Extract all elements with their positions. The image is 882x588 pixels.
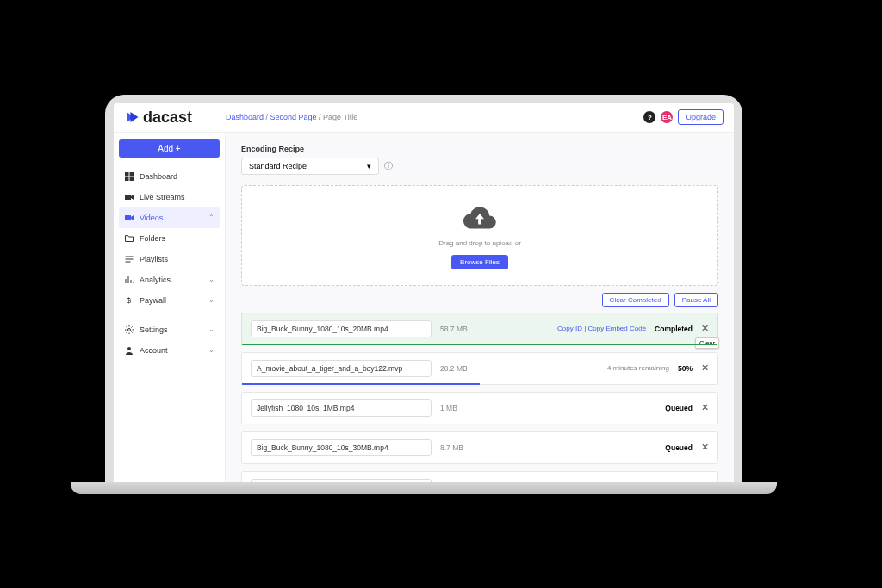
avatar[interactable]: EA — [661, 111, 673, 123]
close-icon[interactable]: ✕ — [701, 362, 709, 374]
sidebar-item-label: Settings — [140, 325, 168, 334]
dropzone-hint: Drag and drop to upload or — [242, 239, 717, 247]
sidebar-item-dashboard[interactable]: Dashboard — [119, 166, 220, 187]
chevron-down-icon: ⌄ — [208, 275, 214, 283]
breadcrumb-link[interactable]: Second Page — [270, 113, 317, 121]
add-button[interactable]: Add + — [119, 139, 220, 158]
chevron-down-icon: ⌄ — [208, 346, 214, 354]
close-icon[interactable]: ✕ — [701, 323, 709, 334]
upload-filename: Jellyfish_1080_10s_1MB.mp4 — [251, 399, 432, 417]
sidebar-item-label: Analytics — [140, 275, 171, 284]
upload-row: A_movie_about_a_tiger_and_a_boy122.mvp 2… — [241, 352, 718, 385]
upload-filename: A_movie_about_a_tiger_and_a_boy122.mvp — [251, 360, 432, 377]
sidebar-item-label: Live Streams — [140, 193, 185, 201]
user-icon — [124, 345, 134, 356]
upload-row: Big_Buck_Bunny_1080_10s_20MB.mp4 58.7 MB… — [241, 313, 718, 345]
upgrade-button[interactable]: Upgrade — [678, 109, 724, 125]
upload-dropzone[interactable]: Drag and drop to upload or Browse Files — [241, 185, 718, 286]
breadcrumb-link[interactable]: Dashboard — [226, 113, 264, 121]
svg-text:$: $ — [127, 296, 131, 305]
upload-filesize: 58.7 MB — [440, 325, 483, 333]
svg-rect-5 — [125, 215, 131, 220]
upload-filesize: 20.2 MB — [440, 364, 483, 373]
camera-icon — [124, 192, 134, 202]
brand-logo: dacast — [124, 108, 226, 127]
upload-percent: 50% — [678, 364, 693, 373]
breadcrumb-current: Page Title — [323, 113, 357, 121]
upload-filename: Christmas_Party_movie_3322.mp4 — [251, 479, 432, 482]
svg-rect-0 — [125, 172, 129, 176]
cloud-upload-icon — [463, 205, 497, 231]
upload-links[interactable]: Copy ID | Copy Embed Code — [557, 325, 646, 332]
close-icon[interactable]: ✕ — [701, 402, 709, 413]
sidebar: Add + Dashboard Live Streams Videos ⌃ — [114, 133, 226, 482]
brand-text: dacast — [143, 108, 192, 127]
gear-icon — [124, 325, 134, 335]
sidebar-item-settings[interactable]: Settings ⌄ — [119, 319, 220, 340]
sidebar-item-account[interactable]: Account ⌄ — [119, 340, 220, 361]
browse-files-button[interactable]: Browse Files — [451, 255, 508, 269]
sidebar-item-paywall[interactable]: $ Paywall ⌄ — [119, 290, 220, 311]
sidebar-item-playlists[interactable]: Playlists — [119, 249, 220, 269]
upload-state: Completed — [655, 325, 693, 333]
dashboard-icon — [124, 171, 134, 182]
upload-row: Big_Buck_Bunny_1080_10s_30MB.mp4 8.7 MB … — [241, 431, 718, 464]
upload-row: Christmas_Party_movie_3322.mp4 1 MB Queu… — [241, 471, 718, 482]
main-content: Encoding Recipe Standard Recipe ▾ ⓘ — [226, 133, 734, 482]
upload-state: Queued — [665, 443, 693, 452]
analytics-icon — [124, 275, 134, 285]
svg-rect-2 — [125, 176, 129, 181]
video-icon — [124, 213, 134, 223]
sidebar-item-label: Dashboard — [140, 172, 177, 181]
clear-tooltip: Clear — [695, 337, 719, 349]
chevron-up-icon: ⌃ — [208, 214, 214, 221]
laptop-base — [71, 482, 777, 494]
encoding-label: Encoding Recipe — [241, 145, 718, 153]
breadcrumb: Dashboard / Second Page / Page Title — [226, 113, 643, 121]
sidebar-item-label: Folders — [140, 234, 165, 243]
playlist-icon — [124, 254, 134, 264]
upload-state: Queued — [665, 404, 693, 412]
svg-point-8 — [127, 347, 131, 350]
clear-completed-button[interactable]: Clear Completed — [602, 293, 669, 307]
upload-row: Jellyfish_1080_10s_1MB.mp4 1 MB Queued ✕ — [241, 392, 718, 424]
brand-icon — [124, 109, 140, 125]
sidebar-item-label: Account — [140, 346, 168, 355]
dollar-icon: $ — [124, 295, 134, 306]
sidebar-item-label: Playlists — [140, 255, 168, 263]
svg-rect-3 — [130, 176, 134, 181]
svg-rect-4 — [125, 195, 131, 200]
close-icon[interactable]: ✕ — [701, 481, 709, 482]
sidebar-item-analytics[interactable]: Analytics ⌄ — [119, 269, 220, 290]
chevron-down-icon: ▾ — [367, 162, 371, 170]
encoding-recipe-select[interactable]: Standard Recipe ▾ — [241, 158, 379, 175]
upload-filesize: 1 MB — [440, 404, 483, 412]
select-value: Standard Recipe — [249, 162, 307, 170]
pause-all-button[interactable]: Pause All — [674, 293, 718, 307]
svg-point-7 — [128, 328, 131, 331]
upload-filename: Big_Buck_Bunny_1080_10s_20MB.mp4 — [251, 320, 432, 337]
sidebar-item-videos[interactable]: Videos ⌃ — [119, 207, 220, 228]
chevron-down-icon: ⌄ — [208, 325, 214, 333]
sidebar-item-folders[interactable]: Folders — [119, 228, 220, 249]
close-icon[interactable]: ✕ — [701, 442, 709, 453]
help-icon[interactable]: ? — [643, 111, 655, 123]
upload-filesize: 8.7 MB — [440, 443, 483, 452]
sidebar-item-label: Paywall — [140, 296, 166, 305]
upload-filename: Big_Buck_Bunny_1080_10s_30MB.mp4 — [251, 439, 432, 456]
sidebar-item-label: Videos — [140, 214, 163, 222]
upload-status: 4 minutes remaining — [607, 364, 669, 372]
topbar: dacast Dashboard / Second Page / Page Ti… — [114, 103, 734, 133]
info-icon[interactable]: ⓘ — [384, 160, 393, 172]
sidebar-item-livestreams[interactable]: Live Streams — [119, 187, 220, 207]
folder-icon — [124, 233, 134, 244]
chevron-down-icon: ⌄ — [208, 296, 214, 304]
svg-rect-1 — [130, 172, 134, 176]
